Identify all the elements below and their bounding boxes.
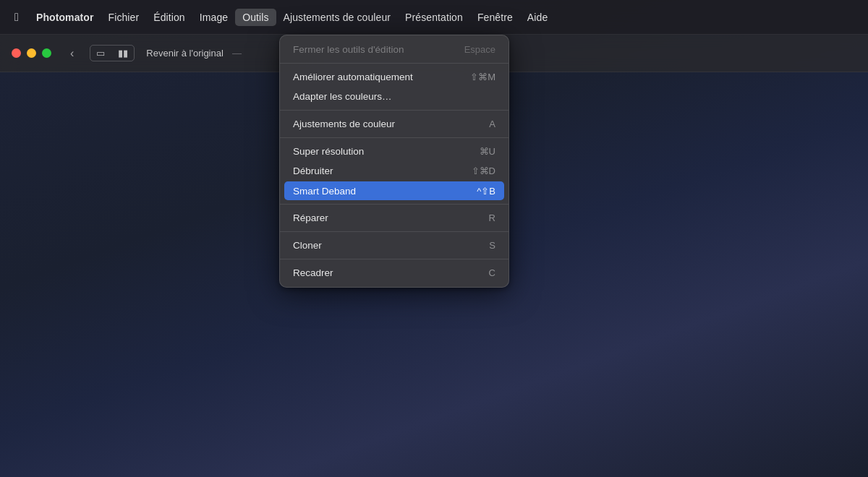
menu-shortcut-clone: S xyxy=(489,240,495,251)
menubar-fenetre[interactable]: Fenêtre xyxy=(470,9,520,26)
menu-item-recadrer[interactable]: Recadrer C xyxy=(280,263,509,283)
menubar-fichier[interactable]: Fichier xyxy=(101,9,147,26)
menu-shortcut-auto-enhance: ⇧⌘M xyxy=(470,72,495,82)
menu-label-auto-enhance: Améliorer automatiquement xyxy=(293,72,413,82)
traffic-lights xyxy=(12,48,51,58)
menu-item-color-adjustments[interactable]: Ajustements de couleur A xyxy=(280,114,509,134)
back-button[interactable]: ‹ xyxy=(66,46,78,61)
menu-shortcut-close-tools: Espace xyxy=(464,44,495,55)
menu-label-close-tools: Fermer les outils d'édition xyxy=(293,44,404,55)
view-single[interactable]: ▭ xyxy=(90,46,111,61)
menubar-outils[interactable]: Outils xyxy=(235,9,276,26)
menu-shortcut-denoise: ⇧⌘D xyxy=(472,166,495,176)
separator-3 xyxy=(280,137,509,138)
menu-item-repair[interactable]: Réparer R xyxy=(280,208,509,228)
menubar-image[interactable]: Image xyxy=(192,9,235,26)
menu-item-close-tools[interactable]: Fermer les outils d'édition Espace xyxy=(280,40,509,59)
menu-item-adapt-colors[interactable]: Adapter les couleurs… xyxy=(280,87,509,106)
outils-dropdown-menu: Fermer les outils d'édition Espace Améli… xyxy=(279,35,509,288)
menu-label-recadrer: Recadrer xyxy=(293,267,333,278)
menubar-ajustements[interactable]: Ajustements de couleur xyxy=(276,9,399,26)
toolbar-divider: — xyxy=(232,48,242,59)
menu-label-super-resolution: Super résolution xyxy=(293,146,364,157)
menubar-aide[interactable]: Aide xyxy=(520,9,555,26)
menu-shortcut-color-adjustments: A xyxy=(489,119,495,129)
menu-item-smart-deband[interactable]: Smart Deband ^⇧B xyxy=(284,181,504,200)
menu-label-repair: Réparer xyxy=(293,212,328,223)
apple-menu[interactable]:  xyxy=(9,8,25,27)
separator-1 xyxy=(280,63,509,64)
menu-shortcut-repair: R xyxy=(489,212,495,223)
menubar-edition[interactable]: Édition xyxy=(146,9,192,26)
view-split[interactable]: ▮▮ xyxy=(112,46,134,61)
toolbar-nav: ‹ xyxy=(66,46,78,61)
separator-4 xyxy=(280,204,509,205)
menu-item-denoise[interactable]: Débruiter ⇧⌘D xyxy=(280,161,509,181)
view-toggle: ▭ ▮▮ xyxy=(90,45,135,61)
separator-6 xyxy=(280,259,509,259)
menubar:  Photomator Fichier Édition Image Outil… xyxy=(0,0,868,35)
menu-item-super-resolution[interactable]: Super résolution ⌘U xyxy=(280,142,509,161)
maximize-button[interactable] xyxy=(42,48,51,58)
menu-item-clone[interactable]: Cloner S xyxy=(280,236,509,255)
menu-item-auto-enhance[interactable]: Améliorer automatiquement ⇧⌘M xyxy=(280,67,509,87)
menu-shortcut-recadrer: C xyxy=(489,267,495,278)
close-button[interactable] xyxy=(12,48,21,58)
menu-shortcut-super-resolution: ⌘U xyxy=(480,146,495,157)
menu-label-clone: Cloner xyxy=(293,240,322,251)
menubar-app-name[interactable]: Photomator xyxy=(29,9,101,26)
menu-label-adapt-colors: Adapter les couleurs… xyxy=(293,91,392,102)
separator-5 xyxy=(280,231,509,232)
menu-label-color-adjustments: Ajustements de couleur xyxy=(293,119,395,129)
menubar-presentation[interactable]: Présentation xyxy=(398,9,470,26)
menu-label-smart-deband: Smart Deband xyxy=(293,186,356,197)
separator-2 xyxy=(280,110,509,111)
minimize-button[interactable] xyxy=(27,48,36,58)
revert-label[interactable]: Revenir à l'original xyxy=(146,48,224,59)
menu-label-denoise: Débruiter xyxy=(293,166,333,176)
menu-shortcut-smart-deband: ^⇧B xyxy=(477,186,495,197)
